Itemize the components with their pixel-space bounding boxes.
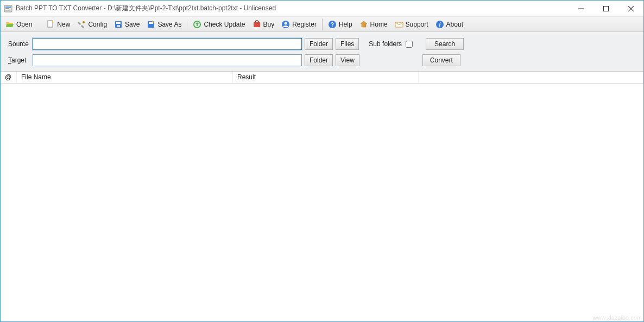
home-button[interactable]: Home [356,18,391,31]
target-label: Target [8,56,30,64]
titlebar: Batch PPT TO TXT Converter - D:\新建文件夹\Pp… [1,1,643,17]
minimize-button[interactable] [569,1,594,16]
watermark: www.xiazaiba.com [593,314,642,321]
support-label: Support [406,21,428,28]
open-folder-icon [5,20,14,29]
open-dropdown[interactable] [36,18,42,31]
svg-rect-11 [116,22,121,24]
config-icon [77,20,86,29]
support-button[interactable]: Support [392,18,432,31]
form-area: Source Folder Files Sub folders Search T… [1,32,643,72]
open-button[interactable]: Open [2,18,35,31]
check-update-label: Check Update [204,21,245,28]
about-icon: i [435,20,444,29]
source-folder-button[interactable]: Folder [305,38,333,50]
target-folder-button[interactable]: Folder [305,54,333,66]
save-as-icon [147,20,155,29]
check-update-button[interactable]: Check Update [190,18,248,31]
target-row: Target Folder View Convert [8,54,638,67]
save-icon [114,20,123,29]
toolbar-separator [322,18,323,30]
svg-rect-3 [5,10,10,11]
target-view-button[interactable]: View [336,54,359,66]
sub-folders-checkbox[interactable] [406,41,413,48]
col-filename[interactable]: File Name [17,72,233,83]
svg-point-9 [83,21,85,23]
sub-folders-label: Sub folders [369,40,402,48]
svg-text:i: i [439,22,440,28]
svg-rect-1 [5,7,11,8]
target-input[interactable] [33,54,302,66]
svg-text:?: ? [331,22,334,28]
col-result[interactable]: Result [233,72,419,83]
new-file-icon [46,20,55,29]
toolbar-separator [187,18,187,30]
save-as-button[interactable]: Save As [143,18,185,31]
grid-header: @ File Name Result [1,72,643,84]
help-button[interactable]: ? Help [325,18,356,31]
about-label: About [446,21,463,28]
register-button[interactable]: Register [278,18,320,31]
source-files-button[interactable]: Files [336,38,359,50]
home-label: Home [370,21,388,28]
about-button[interactable]: i About [432,18,466,31]
svg-rect-2 [5,8,9,9]
svg-rect-16 [254,22,260,27]
new-label: New [57,21,70,28]
col-at[interactable]: @ [1,72,17,83]
source-row: Source Folder Files Sub folders Search [8,37,638,50]
maximize-button[interactable] [594,1,618,16]
result-grid: @ File Name Result [1,72,643,321]
source-label: Source [8,40,30,48]
config-label: Config [88,21,107,28]
buy-label: Buy [263,21,275,28]
save-as-label: Save As [157,21,181,28]
window-controls [569,1,643,16]
buy-button[interactable]: Buy [249,18,278,31]
new-button[interactable]: New [43,18,73,31]
col-spacer [419,72,643,83]
window-title: Batch PPT TO TXT Converter - D:\新建文件夹\Pp… [16,4,569,13]
source-input[interactable] [33,38,302,50]
config-button[interactable]: Config [74,18,110,31]
svg-rect-12 [117,25,120,27]
register-icon [281,20,290,29]
help-label: Help [339,21,352,28]
help-icon: ? [328,20,337,29]
search-button[interactable]: Search [426,38,464,50]
toolbar: Open New Config Save Save As Check Updat… [1,17,643,32]
open-label: Open [16,21,32,28]
save-label: Save [125,21,140,28]
support-icon [395,20,403,29]
register-label: Register [292,21,317,28]
save-button[interactable]: Save [111,18,143,31]
svg-rect-5 [604,6,609,11]
convert-button[interactable]: Convert [422,54,460,66]
svg-point-18 [285,22,287,24]
close-button[interactable] [618,1,643,16]
home-icon [359,20,368,29]
update-icon [193,20,201,29]
app-icon [4,4,12,13]
buy-icon [252,20,261,29]
